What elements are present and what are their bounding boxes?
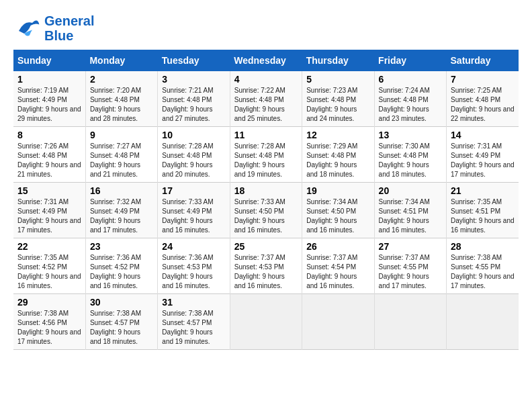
day-number: 27	[379, 241, 442, 252]
day-number: 23	[90, 241, 153, 252]
day-info: Sunrise: 7:33 AM Sunset: 4:49 PM Dayligh…	[162, 197, 225, 235]
day-info: Sunrise: 7:21 AM Sunset: 4:48 PM Dayligh…	[162, 86, 225, 124]
calendar-cell: 6 Sunrise: 7:24 AM Sunset: 4:48 PM Dayli…	[374, 71, 446, 127]
calendar-cell: 1 Sunrise: 7:19 AM Sunset: 4:49 PM Dayli…	[13, 71, 85, 127]
day-info: Sunrise: 7:27 AM Sunset: 4:48 PM Dayligh…	[90, 142, 153, 179]
day-number: 7	[451, 74, 515, 85]
day-number: 29	[17, 297, 81, 308]
weekday-header-friday: Friday	[374, 50, 446, 71]
week-row-4: 22 Sunrise: 7:35 AM Sunset: 4:52 PM Dayl…	[13, 238, 519, 294]
day-info: Sunrise: 7:26 AM Sunset: 4:48 PM Dayligh…	[17, 142, 81, 179]
calendar-cell: 12 Sunrise: 7:29 AM Sunset: 4:48 PM Dayl…	[302, 127, 374, 183]
calendar-cell: 10 Sunrise: 7:28 AM Sunset: 4:48 PM Dayl…	[158, 127, 230, 183]
calendar-cell: 31 Sunrise: 7:38 AM Sunset: 4:57 PM Dayl…	[158, 294, 230, 350]
day-info: Sunrise: 7:35 AM Sunset: 4:51 PM Dayligh…	[451, 197, 515, 235]
day-number: 11	[234, 130, 298, 140]
calendar-cell: 22 Sunrise: 7:35 AM Sunset: 4:52 PM Dayl…	[13, 238, 85, 294]
day-number: 10	[162, 130, 225, 140]
day-number: 24	[162, 241, 225, 252]
day-info: Sunrise: 7:37 AM Sunset: 4:54 PM Dayligh…	[306, 253, 369, 291]
day-number: 30	[90, 297, 153, 308]
calendar-cell: 9 Sunrise: 7:27 AM Sunset: 4:48 PM Dayli…	[85, 127, 157, 183]
day-info: Sunrise: 7:35 AM Sunset: 4:52 PM Dayligh…	[17, 253, 81, 291]
calendar-cell: 25 Sunrise: 7:37 AM Sunset: 4:53 PM Dayl…	[230, 238, 302, 294]
week-row-5: 29 Sunrise: 7:38 AM Sunset: 4:56 PM Dayl…	[13, 294, 519, 350]
day-number: 28	[451, 241, 515, 252]
day-info: Sunrise: 7:38 AM Sunset: 4:57 PM Dayligh…	[90, 309, 153, 347]
day-info: Sunrise: 7:25 AM Sunset: 4:48 PM Dayligh…	[451, 86, 515, 124]
calendar-cell: 11 Sunrise: 7:28 AM Sunset: 4:48 PM Dayl…	[230, 127, 302, 183]
day-info: Sunrise: 7:23 AM Sunset: 4:48 PM Dayligh…	[306, 86, 369, 124]
day-info: Sunrise: 7:36 AM Sunset: 4:52 PM Dayligh…	[90, 253, 153, 291]
calendar-cell: 20 Sunrise: 7:34 AM Sunset: 4:51 PM Dayl…	[374, 183, 446, 238]
day-info: Sunrise: 7:38 AM Sunset: 4:55 PM Dayligh…	[451, 253, 515, 291]
week-row-2: 8 Sunrise: 7:26 AM Sunset: 4:48 PM Dayli…	[13, 127, 519, 183]
calendar-cell	[302, 294, 374, 350]
day-info: Sunrise: 7:32 AM Sunset: 4:49 PM Dayligh…	[90, 197, 153, 235]
day-info: Sunrise: 7:31 AM Sunset: 4:49 PM Dayligh…	[17, 197, 81, 235]
day-number: 26	[306, 241, 369, 252]
calendar-cell: 15 Sunrise: 7:31 AM Sunset: 4:49 PM Dayl…	[13, 183, 85, 238]
weekday-header-monday: Monday	[85, 50, 157, 71]
day-info: Sunrise: 7:30 AM Sunset: 4:48 PM Dayligh…	[379, 142, 442, 179]
day-number: 9	[90, 130, 153, 140]
logo-bird-icon	[13, 15, 40, 42]
weekday-header-wednesday: Wednesday	[230, 50, 302, 71]
day-number: 18	[234, 185, 298, 196]
calendar-cell: 4 Sunrise: 7:22 AM Sunset: 4:48 PM Dayli…	[230, 71, 302, 127]
day-number: 6	[379, 74, 442, 85]
day-info: Sunrise: 7:37 AM Sunset: 4:55 PM Dayligh…	[379, 253, 442, 291]
day-number: 13	[379, 130, 442, 140]
weekday-header-sunday: Sunday	[13, 50, 85, 71]
calendar-cell: 16 Sunrise: 7:32 AM Sunset: 4:49 PM Dayl…	[85, 183, 157, 238]
day-number: 17	[162, 185, 225, 196]
calendar-cell: 13 Sunrise: 7:30 AM Sunset: 4:48 PM Dayl…	[374, 127, 446, 183]
calendar-header: SundayMondayTuesdayWednesdayThursdayFrid…	[13, 50, 519, 71]
day-number: 1	[17, 74, 81, 85]
calendar-cell: 21 Sunrise: 7:35 AM Sunset: 4:51 PM Dayl…	[447, 183, 519, 238]
calendar-cell	[447, 294, 519, 350]
day-info: Sunrise: 7:36 AM Sunset: 4:53 PM Dayligh…	[162, 253, 225, 291]
calendar-cell: 23 Sunrise: 7:36 AM Sunset: 4:52 PM Dayl…	[85, 238, 157, 294]
day-info: Sunrise: 7:29 AM Sunset: 4:48 PM Dayligh…	[306, 142, 369, 179]
day-number: 14	[451, 130, 515, 140]
day-info: Sunrise: 7:33 AM Sunset: 4:50 PM Dayligh…	[234, 197, 298, 235]
weekday-header-tuesday: Tuesday	[158, 50, 230, 71]
day-info: Sunrise: 7:20 AM Sunset: 4:48 PM Dayligh…	[90, 86, 153, 124]
calendar-cell: 14 Sunrise: 7:31 AM Sunset: 4:49 PM Dayl…	[447, 127, 519, 183]
day-number: 25	[234, 241, 298, 252]
calendar-body: 1 Sunrise: 7:19 AM Sunset: 4:49 PM Dayli…	[13, 71, 519, 350]
calendar-cell: 17 Sunrise: 7:33 AM Sunset: 4:49 PM Dayl…	[158, 183, 230, 238]
page-header: General Blue	[13, 13, 519, 43]
day-info: Sunrise: 7:34 AM Sunset: 4:50 PM Dayligh…	[306, 197, 369, 235]
day-number: 20	[379, 185, 442, 196]
calendar-cell	[374, 294, 446, 350]
day-number: 2	[90, 74, 153, 85]
day-info: Sunrise: 7:24 AM Sunset: 4:48 PM Dayligh…	[379, 86, 442, 124]
logo: General Blue	[13, 13, 94, 43]
calendar-cell	[230, 294, 302, 350]
calendar-cell: 19 Sunrise: 7:34 AM Sunset: 4:50 PM Dayl…	[302, 183, 374, 238]
day-number: 19	[306, 185, 369, 196]
day-number: 31	[162, 297, 225, 308]
calendar-cell: 3 Sunrise: 7:21 AM Sunset: 4:48 PM Dayli…	[158, 71, 230, 127]
day-info: Sunrise: 7:34 AM Sunset: 4:51 PM Dayligh…	[379, 197, 442, 235]
calendar-cell: 30 Sunrise: 7:38 AM Sunset: 4:57 PM Dayl…	[85, 294, 157, 350]
week-row-3: 15 Sunrise: 7:31 AM Sunset: 4:49 PM Dayl…	[13, 183, 519, 238]
day-number: 15	[17, 185, 81, 196]
day-number: 16	[90, 185, 153, 196]
day-info: Sunrise: 7:28 AM Sunset: 4:48 PM Dayligh…	[234, 142, 298, 179]
week-row-1: 1 Sunrise: 7:19 AM Sunset: 4:49 PM Dayli…	[13, 71, 519, 127]
calendar-cell: 8 Sunrise: 7:26 AM Sunset: 4:48 PM Dayli…	[13, 127, 85, 183]
day-number: 12	[306, 130, 369, 140]
day-number: 22	[17, 241, 81, 252]
calendar-cell: 27 Sunrise: 7:37 AM Sunset: 4:55 PM Dayl…	[374, 238, 446, 294]
day-info: Sunrise: 7:31 AM Sunset: 4:49 PM Dayligh…	[451, 142, 515, 179]
calendar-cell: 18 Sunrise: 7:33 AM Sunset: 4:50 PM Dayl…	[230, 183, 302, 238]
logo-text: General Blue	[44, 13, 94, 43]
weekday-header-row: SundayMondayTuesdayWednesdayThursdayFrid…	[13, 50, 519, 71]
calendar-table: SundayMondayTuesdayWednesdayThursdayFrid…	[13, 50, 519, 350]
weekday-header-thursday: Thursday	[302, 50, 374, 71]
day-info: Sunrise: 7:28 AM Sunset: 4:48 PM Dayligh…	[162, 142, 225, 179]
day-number: 4	[234, 74, 298, 85]
